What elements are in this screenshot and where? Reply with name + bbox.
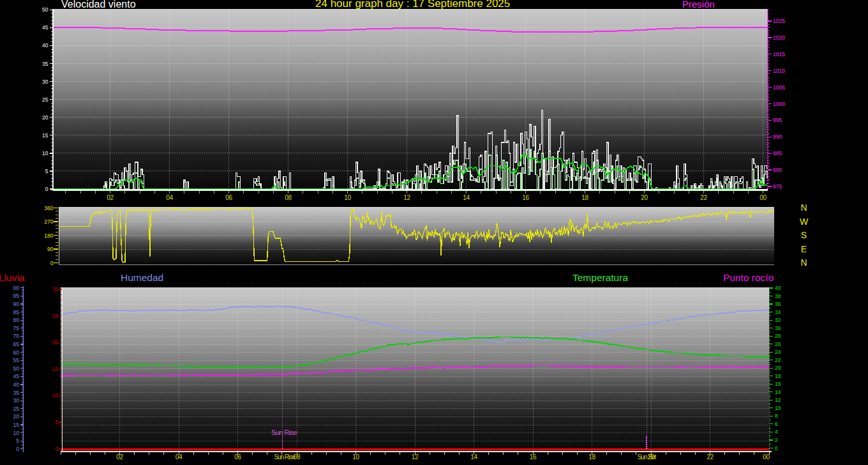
svg-text:25: 25 — [52, 313, 59, 319]
svg-text:04: 04 — [176, 454, 183, 461]
svg-text:10: 10 — [52, 392, 59, 399]
svg-text:32: 32 — [775, 317, 781, 323]
svg-text:95: 95 — [13, 293, 20, 299]
svg-text:45: 45 — [13, 373, 20, 379]
svg-text:8: 8 — [775, 413, 778, 419]
svg-text:Presión: Presión — [682, 0, 715, 10]
svg-text:N: N — [800, 202, 807, 213]
svg-text:1010: 1010 — [773, 68, 785, 74]
svg-text:5: 5 — [56, 419, 59, 425]
svg-text:0: 0 — [56, 446, 59, 452]
svg-text:1005: 1005 — [773, 84, 785, 91]
svg-text:6: 6 — [775, 421, 778, 427]
svg-text:270: 270 — [44, 218, 53, 225]
svg-text:20: 20 — [641, 194, 648, 201]
svg-text:4: 4 — [775, 429, 778, 435]
svg-text:22: 22 — [775, 357, 781, 363]
svg-text:40: 40 — [775, 285, 781, 291]
svg-text:90: 90 — [13, 301, 20, 307]
svg-text:40: 40 — [42, 42, 49, 49]
svg-text:00: 00 — [13, 285, 20, 291]
svg-text:30: 30 — [13, 397, 20, 404]
svg-text:0: 0 — [775, 445, 778, 452]
svg-text:Lluvia: Lluvia — [0, 272, 25, 283]
svg-text:Punto rocío: Punto rocío — [723, 272, 774, 283]
svg-text:1025: 1025 — [773, 18, 785, 24]
svg-text:18: 18 — [581, 194, 588, 201]
svg-text:38: 38 — [775, 293, 781, 300]
svg-text:5: 5 — [16, 438, 19, 444]
svg-text:50: 50 — [42, 6, 49, 13]
svg-text:25: 25 — [42, 96, 49, 103]
svg-text:20: 20 — [52, 339, 59, 346]
svg-text:10: 10 — [352, 454, 359, 461]
svg-text:360: 360 — [44, 205, 53, 211]
svg-text:5: 5 — [45, 168, 49, 174]
svg-text:04: 04 — [166, 194, 173, 201]
svg-text:22: 22 — [707, 454, 714, 461]
svg-text:1015: 1015 — [773, 51, 785, 57]
svg-text:45: 45 — [42, 24, 49, 31]
svg-text:18: 18 — [775, 373, 781, 379]
svg-text:02: 02 — [116, 454, 123, 461]
svg-text:14: 14 — [470, 454, 477, 461]
svg-text:W: W — [800, 217, 809, 227]
svg-text:990: 990 — [773, 133, 782, 140]
svg-text:30: 30 — [775, 325, 781, 332]
svg-text:16: 16 — [530, 454, 537, 461]
svg-text:15: 15 — [42, 132, 49, 139]
svg-text:15: 15 — [52, 366, 59, 372]
svg-text:14: 14 — [463, 194, 470, 201]
svg-text:70: 70 — [13, 333, 20, 339]
svg-text:995: 995 — [773, 117, 782, 123]
svg-text:Temperatura: Temperatura — [572, 272, 628, 283]
svg-text:75: 75 — [13, 325, 20, 332]
svg-text:22: 22 — [700, 194, 707, 201]
svg-text:12: 12 — [403, 194, 410, 201]
svg-text:24: 24 — [775, 349, 781, 355]
svg-text:40: 40 — [13, 381, 20, 388]
svg-text:28: 28 — [775, 333, 781, 339]
svg-text:24 hour graph day : 17 Septiem: 24 hour graph day : 17 Septiembre 2025 — [315, 0, 510, 10]
svg-text:20: 20 — [648, 454, 655, 461]
svg-text:06: 06 — [234, 454, 241, 461]
svg-text:16: 16 — [775, 381, 781, 387]
svg-text:Sun Rise: Sun Rise — [274, 454, 296, 461]
svg-text:25: 25 — [13, 406, 20, 412]
svg-text:90: 90 — [47, 246, 54, 252]
svg-text:0: 0 — [45, 186, 49, 192]
svg-text:80: 80 — [13, 317, 20, 323]
svg-text:10: 10 — [775, 405, 781, 411]
svg-text:10: 10 — [13, 430, 20, 436]
svg-text:2: 2 — [775, 437, 778, 443]
svg-text:Velocidad viento: Velocidad viento — [61, 0, 136, 10]
svg-text:180: 180 — [44, 232, 53, 239]
svg-text:1020: 1020 — [773, 34, 785, 41]
svg-text:10: 10 — [344, 194, 351, 201]
svg-text:14: 14 — [775, 389, 781, 395]
svg-text:85: 85 — [13, 309, 20, 316]
svg-text:15: 15 — [13, 422, 20, 428]
svg-text:E: E — [801, 244, 807, 254]
svg-text:30: 30 — [42, 79, 49, 85]
svg-text:10: 10 — [42, 150, 49, 156]
svg-text:16: 16 — [522, 194, 529, 201]
svg-text:1000: 1000 — [773, 101, 785, 107]
svg-text:65: 65 — [13, 341, 20, 347]
svg-text:02: 02 — [107, 194, 114, 201]
svg-text:20: 20 — [13, 413, 20, 420]
svg-text:20: 20 — [775, 365, 781, 371]
svg-text:0: 0 — [50, 260, 54, 266]
svg-text:12: 12 — [412, 454, 419, 461]
svg-text:00: 00 — [763, 454, 770, 461]
svg-text:985: 985 — [773, 150, 782, 156]
svg-text:18: 18 — [588, 454, 595, 461]
svg-text:30: 30 — [52, 286, 59, 293]
svg-text:975: 975 — [773, 183, 782, 190]
svg-text:55: 55 — [13, 357, 20, 363]
svg-text:35: 35 — [13, 390, 20, 396]
svg-text:20: 20 — [42, 114, 49, 121]
svg-text:0: 0 — [16, 446, 19, 452]
svg-text:N: N — [800, 257, 807, 268]
svg-text:08: 08 — [285, 194, 292, 201]
